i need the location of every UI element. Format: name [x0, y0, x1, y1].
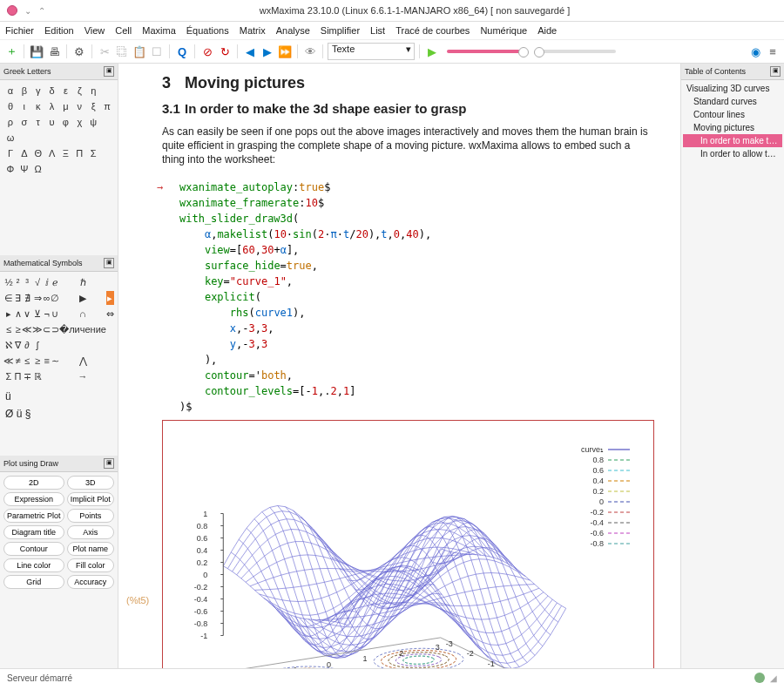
- toc-item[interactable]: Moving pictures: [683, 121, 782, 134]
- menu-analyse[interactable]: Analyse: [276, 25, 310, 36]
- menu-cell[interactable]: Cell: [115, 25, 132, 36]
- menu-view[interactable]: View: [84, 25, 105, 36]
- mathsym-cell[interactable]: ≥: [32, 354, 43, 368]
- mathsym-cell[interactable]: ⇒: [32, 291, 43, 305]
- mathsym-cell[interactable]: ∄: [22, 291, 32, 305]
- plot-btn-grid[interactable]: Grid: [3, 575, 64, 589]
- greek-cell[interactable]: Ξ: [59, 146, 73, 160]
- mathsym-cell[interactable]: ∫: [32, 338, 43, 352]
- close-icon[interactable]: ▣: [770, 66, 781, 77]
- mathsym-cell[interactable]: �личение: [59, 322, 106, 336]
- mathsym-cell[interactable]: ▸: [3, 307, 14, 321]
- user-symbol-1[interactable]: ü: [5, 390, 11, 402]
- greek-cell[interactable]: ψ: [86, 115, 100, 129]
- mathsym-cell[interactable]: ∅: [51, 291, 59, 305]
- mathsym-cell[interactable]: ℵ: [3, 338, 14, 352]
- greek-cell[interactable]: ι: [17, 99, 31, 113]
- save-icon[interactable]: 💾: [29, 44, 44, 59]
- mathsym-cell[interactable]: Π: [14, 369, 22, 383]
- options-icon[interactable]: ⚙: [71, 44, 87, 59]
- greek-cell[interactable]: α: [3, 84, 17, 98]
- mathsym-cell[interactable]: ≠: [14, 354, 22, 368]
- restart-icon[interactable]: ↻: [217, 44, 233, 59]
- plot-btn-line-color[interactable]: Line color: [3, 558, 64, 572]
- greek-cell[interactable]: χ: [72, 115, 86, 129]
- mathsym-cell[interactable]: ∂: [22, 338, 32, 352]
- menu-tracé de courbes[interactable]: Tracé de courbes: [395, 25, 470, 36]
- menu-équations[interactable]: Équations: [186, 25, 229, 36]
- plot-btn-parametric-plot[interactable]: Parametric Plot: [3, 509, 64, 523]
- mathsym-cell[interactable]: ∈: [3, 291, 14, 305]
- greek-cell[interactable]: μ: [59, 99, 73, 113]
- plot-btn-fill-color[interactable]: Fill color: [67, 558, 114, 572]
- mathsym-cell[interactable]: ⋀: [59, 354, 106, 368]
- mathsym-cell[interactable]: ≪: [22, 322, 32, 336]
- plot-btn-axis[interactable]: Axis: [67, 525, 114, 539]
- menu-list[interactable]: List: [370, 25, 385, 36]
- plot-btn-implicit-plot[interactable]: Implicit Plot: [67, 492, 114, 506]
- toc-item[interactable]: In order to allow to read …: [683, 147, 782, 160]
- greek-cell[interactable]: κ: [31, 99, 45, 113]
- code-cell[interactable]: →wxanimate_autoplay:true$ wxanimate_fram…: [179, 179, 654, 415]
- speed-slider[interactable]: [537, 50, 616, 53]
- print-icon[interactable]: 🖶: [46, 44, 62, 59]
- greek-cell[interactable]: η: [86, 84, 100, 98]
- chevron-up-icon[interactable]: ⌃: [38, 6, 45, 16]
- plot-btn-expression[interactable]: Expression: [3, 492, 64, 506]
- mathsym-cell[interactable]: ¬: [43, 307, 51, 321]
- mathsym-cell[interactable]: ⇔: [106, 307, 114, 321]
- mathsym-cell[interactable]: ⊂: [43, 322, 51, 336]
- close-icon[interactable]: ▣: [104, 458, 114, 469]
- mathsym-cell[interactable]: ³: [22, 275, 32, 289]
- mathsym-cell[interactable]: ∨: [22, 307, 32, 321]
- greek-cell[interactable]: ξ: [86, 99, 100, 113]
- plot-btn-diagram-title[interactable]: Diagram title: [3, 525, 64, 539]
- greek-cell[interactable]: σ: [17, 115, 31, 129]
- greek-cell[interactable]: ν: [72, 99, 86, 113]
- greek-cell[interactable]: ζ: [72, 84, 86, 98]
- back-icon[interactable]: ◀: [242, 44, 258, 59]
- greek-cell[interactable]: Σ: [86, 146, 100, 160]
- greek-panel-header[interactable]: Greek Letters▣: [0, 64, 118, 80]
- plot-btn-3d[interactable]: 3D: [67, 476, 114, 490]
- mathsym-cell[interactable]: ⊃: [51, 322, 59, 336]
- mathsym-cell[interactable]: ∞: [43, 291, 51, 305]
- plot-btn-points[interactable]: Points: [67, 509, 114, 523]
- greek-cell[interactable]: Φ: [3, 162, 17, 176]
- mathsym-panel-header[interactable]: Mathematical Symbols▣: [0, 255, 118, 272]
- greek-cell[interactable]: τ: [31, 115, 45, 129]
- mathsym-cell[interactable]: ℏ: [59, 275, 106, 289]
- mathsym-cell[interactable]: ∧: [14, 307, 22, 321]
- mathsym-cell[interactable]: Σ: [3, 369, 14, 383]
- menu-maxima[interactable]: Maxima: [142, 25, 176, 36]
- mathsym-cell[interactable]: ⅈ: [43, 275, 51, 289]
- toc-panel-header[interactable]: Table of Contents▣: [681, 64, 784, 80]
- toc-item[interactable]: Visualizing 3D curves: [683, 82, 782, 95]
- mathsym-cell[interactable]: ⊻: [32, 307, 43, 321]
- stop-icon[interactable]: ⊘: [199, 44, 215, 59]
- menu-edition[interactable]: Edition: [44, 25, 74, 36]
- mathsym-cell[interactable]: →: [59, 369, 106, 383]
- resize-grip-icon[interactable]: ◢: [770, 673, 777, 683]
- greek-cell[interactable]: θ: [3, 99, 17, 113]
- greek-cell[interactable]: υ: [45, 115, 59, 129]
- mathsym-cell[interactable]: ℝ: [32, 369, 43, 383]
- toc-item[interactable]: In order to make the 3d s…: [683, 134, 782, 147]
- paste-icon[interactable]: 📋: [132, 44, 147, 59]
- mathsym-cell[interactable]: ∇: [14, 338, 22, 352]
- greek-cell[interactable]: λ: [45, 99, 59, 113]
- greek-cell[interactable]: ω: [3, 131, 17, 145]
- plot-btn-contour[interactable]: Contour: [3, 542, 64, 556]
- plot-btn-2d[interactable]: 2D: [3, 476, 64, 490]
- mathsym-cell[interactable]: ℯ: [51, 275, 59, 289]
- mathsym-cell[interactable]: ≤: [22, 354, 32, 368]
- mathsym-cell[interactable]: ∼: [51, 354, 59, 368]
- user-symbol-2[interactable]: Ø ü §: [5, 408, 30, 420]
- mathsym-cell[interactable]: ≫: [32, 322, 43, 336]
- mathsym-cell[interactable]: ≥: [14, 322, 22, 336]
- menu-matrix[interactable]: Matrix: [240, 25, 266, 36]
- style-select[interactable]: Texte▾: [328, 43, 415, 60]
- plot-btn-plot-name[interactable]: Plot name: [67, 542, 114, 556]
- mathsym-cell[interactable]: ≤: [3, 322, 14, 336]
- mathsym-cell[interactable]: ∓: [22, 369, 32, 383]
